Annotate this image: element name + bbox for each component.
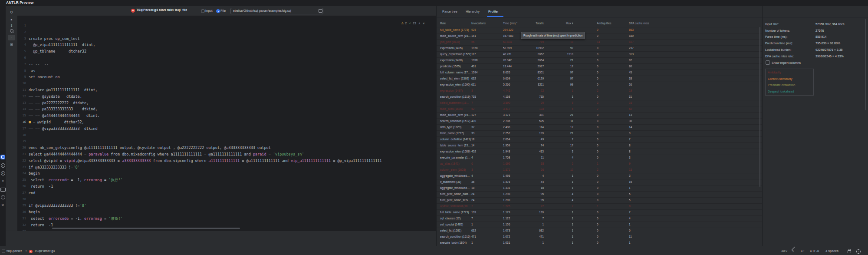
editor[interactable]: 1234567891011121314151617181920212223242… — [17, 16, 435, 231]
tab-profiler[interactable]: Profiler — [488, 6, 499, 17]
code-line[interactable]: —— —— @a444444444444444 dtint, — [29, 113, 100, 119]
file-radio-label[interactable]: File — [220, 9, 226, 13]
code-line[interactable]: select errorcode = -1, errormsg = '执行!' — [29, 177, 123, 183]
table-row[interactable]: search_condition (1517)4702.78652511030 — [437, 118, 762, 125]
warning-count[interactable]: 2 — [405, 22, 407, 25]
table-row[interactable]: predicate (1525)46113.444292717080 — [437, 63, 762, 70]
code-line[interactable]: -- -- -- — [29, 61, 49, 68]
table-row[interactable]: expression (1498)199820.342206421082 — [437, 57, 762, 64]
tab-hierarchy[interactable]: Hierarchy — [466, 6, 480, 17]
input-radio[interactable] — [201, 9, 205, 13]
indent-indicator[interactable]: 4 spaces — [825, 246, 838, 255]
prev-issue-icon[interactable]: ∧ — [418, 22, 421, 25]
expert-columns-checkbox[interactable]: Show expert columns — [766, 60, 801, 66]
table-row[interactable]: search_condition (1519)7354.1587351031 — [437, 94, 762, 100]
table-row[interactable]: table_source_item (15…1273.17138121013 — [437, 112, 762, 119]
table-row[interactable]: expression_elem (1590)6115.266321199026 — [437, 82, 762, 88]
code-line[interactable]: if @vipa333333333333 !='0' — [29, 202, 86, 209]
notifications-icon[interactable]: ! — [856, 246, 861, 255]
table-row[interactable]: table_name (1777)332.2521992109 — [437, 130, 762, 137]
code-line[interactable]: exec nb_com_getsysconfig @a1111111111111… — [29, 145, 271, 151]
caret-position[interactable]: 30:7 — [781, 246, 788, 255]
search-icon[interactable] — [8, 29, 15, 34]
code-line[interactable]: select @vipid = vipid,@vipa333333333333 … — [29, 158, 382, 164]
file-path-value[interactable]: ebelice/Github/tsql-parser/examples/big.… — [233, 9, 291, 12]
code-line[interactable]: end — [29, 190, 35, 196]
col-ambiguities[interactable]: Ambiguities — [597, 20, 618, 26]
table-row[interactable]: table_alias (1625)523.4171035252 — [437, 106, 762, 113]
table-row[interactable]: update_statement (18…21.22622718 — [437, 203, 762, 210]
table-row[interactable]: sql_clauses (12)71.1227104 — [437, 215, 762, 222]
table-row[interactable]: execute_parameter (1…41.75811403 — [437, 155, 762, 161]
code-line[interactable]: begin — [29, 209, 40, 215]
stats-scrollbar[interactable] — [865, 19, 866, 110]
table-row[interactable]: as_alias (1841)61.69238519 — [437, 161, 762, 167]
table-row[interactable]: join_part (1633)6663.4047191814417 — [437, 39, 762, 46]
table-row[interactable]: func_proc_name_serv…241.28995405 — [437, 197, 762, 204]
table-row[interactable]: full_table_name (1773)1391.179139107 — [437, 209, 762, 216]
table-row[interactable]: full_table_name (1775)925294.3220863 — [437, 27, 762, 33]
tab-parse-tree[interactable]: Parse tree — [442, 6, 457, 17]
table-row[interactable]: expression (1497)84.742726219 — [437, 88, 762, 94]
code-line[interactable]: —— —— @a2222222222 dtdate, — [29, 100, 89, 106]
antlr-preview-toolwindow-icon[interactable] — [0, 155, 5, 159]
table-row[interactable]: select_statement (15…73.590298316 — [437, 100, 762, 106]
code-line[interactable]: set nocount on — [29, 74, 60, 80]
code-line[interactable]: select errorcode = -1, errormsg = '准备!' — [29, 215, 123, 222]
code-line[interactable]: if @a333333333333 !='0' — [29, 164, 80, 171]
table-row[interactable]: table_source_item (16…141167.9830830 — [437, 33, 762, 40]
code-line[interactable]: return -1 — [29, 222, 53, 229]
table-row[interactable]: execute_body (1804)11.0311101 — [437, 240, 762, 244]
problems-icon[interactable]: ! — [0, 195, 5, 199]
code-line[interactable]: begin — [29, 170, 40, 177]
code-line[interactable]: as — [29, 68, 35, 74]
table-row[interactable]: query_expression (1527)11748.76120621910… — [437, 51, 762, 58]
code-line[interactable]: declare @a1111111111111 dtint, — [29, 87, 98, 93]
services-icon[interactable]: ≡ — [0, 179, 5, 183]
run-icon[interactable]: ▸ — [0, 163, 5, 168]
refresh-icon[interactable]: ↻ — [8, 10, 15, 15]
code-line[interactable]: return -1 — [29, 183, 53, 190]
code-line[interactable]: —— —— @sysdate dtdate, — [29, 93, 82, 100]
file-radio[interactable] — [216, 9, 220, 13]
table-row[interactable]: search_condition (1516)4711.0724711011 — [437, 234, 762, 240]
terminal-icon[interactable]: ›_ — [0, 186, 5, 191]
window-icon[interactable] — [2, 246, 5, 255]
line-ending-indicator[interactable]: LF — [801, 246, 805, 255]
table-row[interactable]: column_elem (1603)31.5712610215 — [437, 167, 762, 173]
breadcrumb-file[interactable]: TSqlParser.g4 — [34, 246, 55, 255]
code-line[interactable]: create proc up_com_test — [29, 36, 80, 42]
col-rule[interactable]: Rule — [440, 20, 471, 26]
col-total-k[interactable]: Total k — [517, 20, 544, 26]
panel-splitter[interactable] — [762, 6, 763, 246]
code-line[interactable]: select @a444444444444444 = paravalue fro… — [29, 151, 304, 158]
table-row[interactable]: aggregate_windowed…181.33118101 — [437, 185, 762, 192]
table-row[interactable]: set_special (1485)11.1051101 — [437, 222, 762, 228]
table-row[interactable]: full_column_name (17…10948.635830197045 — [437, 70, 762, 76]
table-row[interactable]: func_proc_name_data…241.29895405 — [437, 191, 762, 198]
horizontal-scrollbar[interactable] — [52, 228, 240, 229]
table-row[interactable]: if_statement (31)351.476441015 — [437, 179, 762, 185]
hierarchy-view-icon[interactable]: ⊞ — [8, 42, 15, 47]
col-invocations[interactable]: Invocations — [471, 20, 502, 26]
export-icon[interactable]: ↧ — [8, 23, 15, 29]
col-max-k[interactable]: Max k — [549, 20, 573, 26]
intention-bulb-icon[interactable] — [29, 121, 31, 123]
expert-columns-label[interactable]: Show expert columns — [772, 61, 801, 64]
input-radio-label[interactable]: Input — [205, 9, 213, 13]
table-vertical-scrollbar[interactable] — [760, 27, 760, 187]
code-line[interactable]: — @vipid dtchar32, — [29, 119, 84, 126]
profiler-view-icon[interactable]: ∴ — [8, 35, 15, 40]
code-line[interactable]: @p_tblname dtchar32 — [29, 48, 86, 55]
code-line[interactable]: @p_vipa1111111111111 dtint, — [29, 42, 95, 48]
table-row[interactable]: aggregate_windowed…41.4954103 — [437, 173, 762, 179]
table-row[interactable]: table_source_item (15…141.959741708 — [437, 142, 762, 149]
table-row[interactable]: data_type (1829)322.48811417014 — [437, 124, 762, 131]
settings-icon[interactable]: ⚙ — [0, 202, 5, 207]
table-row[interactable]: expression_elem (1589)4021.948413308 — [437, 149, 762, 155]
readonly-pen-icon[interactable]: ✎ — [792, 246, 794, 255]
code-line[interactable]: —— —— @a333333333333 dtkind, — [29, 106, 98, 113]
breadcrumb-project[interactable]: tsql-parser — [7, 246, 22, 255]
antlr-icon[interactable]: A — [0, 171, 5, 176]
code-line[interactable]: —— —— @vipa333333333333 dtkind — [29, 126, 98, 132]
